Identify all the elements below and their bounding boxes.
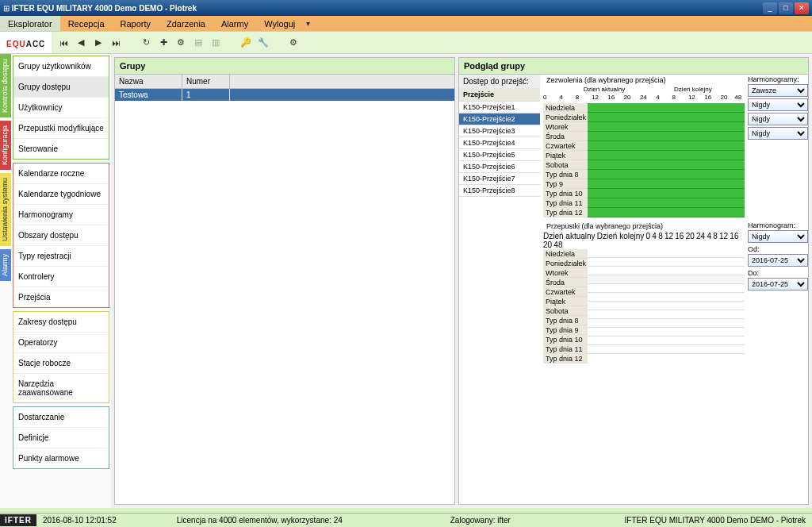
schedule-select-1[interactable]: Zawsze <box>748 84 808 97</box>
refresh-icon[interactable]: ↻ <box>139 36 153 50</box>
tab-config[interactable]: Konfiguracja <box>0 121 11 170</box>
day-labels: Niedziela Poniedziałek Wtorek Środa Czwa… <box>543 103 588 217</box>
menu-recepcja[interactable]: Recepcja <box>60 19 113 29</box>
groups-grid: Nazwa Numer Testowa 1 <box>115 75 454 504</box>
tab-system-settings[interactable]: Ustawienia systemu <box>0 173 11 246</box>
passage-item[interactable]: K150-Przejście2 <box>459 113 540 125</box>
to-date-select[interactable]: 2016-07-25 <box>748 278 808 290</box>
wrench-icon[interactable]: 🔧 <box>256 36 270 50</box>
permissions-chart <box>588 103 745 217</box>
delete-icon[interactable]: ▤ <box>191 36 205 50</box>
from-date-select[interactable]: 2016-07-25 <box>748 254 808 267</box>
sidebar-item[interactable]: Kalendarze roczne <box>13 163 109 184</box>
panel-group-alarms: Dostarczanie Definicje Punkty alarmowe <box>13 406 109 469</box>
maximize-button[interactable]: □ <box>779 2 793 14</box>
passage-item[interactable]: K150-Przejście3 <box>459 125 540 137</box>
separator <box>274 36 283 50</box>
passage-header: Przejście <box>459 88 540 102</box>
schedules-label: Harmonogramy: <box>748 75 808 84</box>
grid-header: Nazwa Numer <box>115 75 454 89</box>
passes-label: Przepustki (dla wybranego przejścia) <box>543 221 745 232</box>
menu-explorer[interactable]: Eksplorator <box>0 16 60 31</box>
preview-title: Podgląd grupy <box>459 58 808 75</box>
first-icon[interactable]: ⏮ <box>56 36 71 50</box>
passage-item[interactable]: K150-Przejście4 <box>459 137 540 149</box>
schedule-select-4[interactable]: Nigdy <box>748 127 808 140</box>
status-right: IFTER EQU MILITARY 4000 Demo DEMO - Piot… <box>619 516 812 525</box>
sidebar-item[interactable]: Kontrolery <box>13 267 109 287</box>
to-label: Do: <box>748 268 808 278</box>
sidebar-item[interactable]: Typy rejestracji <box>13 246 109 267</box>
minimize-button[interactable]: _ <box>763 2 777 14</box>
menu-wyloguj[interactable]: Wyloguj <box>256 19 303 29</box>
close-button[interactable]: ✕ <box>795 2 809 14</box>
separator <box>126 36 136 50</box>
sidebar-item[interactable]: Narzędzia zaawansowane <box>13 374 109 402</box>
passage-item[interactable]: K150-Przejście5 <box>459 149 540 161</box>
sidebar-item[interactable]: Definicje <box>13 428 109 448</box>
passage-item[interactable]: K150-Przejście8 <box>459 185 540 197</box>
passage-item[interactable]: K150-Przejście6 <box>459 161 540 173</box>
permissions-block: Zezwolenia (dla wybranego przejścia) Dzi… <box>543 75 745 217</box>
from-label: Od: <box>748 244 808 254</box>
table-row[interactable]: Testowa 1 <box>115 89 454 101</box>
logo-toolbar-row: EQUACC ⏮ ◀ ▶ ⏭ ↻ ✚ ⚙ ▤ ▥ 🔑 🔧 ⚙ <box>0 32 812 54</box>
sidebar-item[interactable]: Kalendarze tygodniowe <box>13 184 109 205</box>
properties-icon[interactable]: ⚙ <box>174 36 188 50</box>
logo: EQUACC <box>0 34 52 51</box>
main-area: Kontrola dostępu Konfiguracja Ustawienia… <box>0 54 812 508</box>
sidebar-item[interactable]: Sterowanie <box>13 139 109 159</box>
brand-label: IFTER <box>0 514 36 526</box>
sidebar-item[interactable]: Grupy użytkowników <box>13 56 109 77</box>
groups-title: Grupy <box>115 58 454 75</box>
menu-raporty[interactable]: Raporty <box>113 19 159 29</box>
sidebar-item-groups[interactable]: Grupy dostępu <box>13 77 109 98</box>
key-icon[interactable]: 🔑 <box>239 36 253 50</box>
time-axis-2: Dzień aktualny Dzień kolejny 0 4 8 12 16… <box>543 232 745 249</box>
panel-group-system: Zakresy dostępu Operatorzy Stacje robocz… <box>13 311 109 403</box>
menu-alarmy[interactable]: Alarmy <box>213 19 256 29</box>
sidebar-item[interactable]: Zakresy dostępu <box>13 312 109 333</box>
sidebar-item[interactable]: Dostarczanie <box>13 407 109 428</box>
copy-icon[interactable]: ▥ <box>209 36 223 50</box>
sidebar-item[interactable]: Punkty alarmowe <box>13 448 109 468</box>
schedule-label-2: Harmonogram: <box>748 221 808 230</box>
sidebar-panels: Grupy użytkowników Grupy dostępu Użytkow… <box>11 54 111 508</box>
passes-block: Przepustki (dla wybranego przejścia) Dzi… <box>543 221 745 364</box>
panel-group-config: Kalendarze roczne Kalendarze tygodniowe … <box>13 163 109 308</box>
cell-name: Testowa <box>115 89 182 101</box>
status-bar: IFTER 2016-08-10 12:01:52 Licencja na 40… <box>0 513 812 527</box>
schedule-select-2[interactable]: Nigdy <box>748 98 808 111</box>
next-icon[interactable]: ▶ <box>91 36 105 50</box>
preview-panel: Podgląd grupy Dostęp do przejść: Przejśc… <box>458 57 809 505</box>
menu-overflow[interactable]: ▾ <box>303 19 313 28</box>
schedule-select-3[interactable]: Nigdy <box>748 113 808 125</box>
pass-schedule-select[interactable]: Nigdy <box>748 230 808 243</box>
passes-chart <box>588 249 745 364</box>
last-icon[interactable]: ⏭ <box>109 36 123 50</box>
app-icon: ⊞ <box>3 4 10 13</box>
sidebar-vertical-tabs: Kontrola dostępu Konfiguracja Ustawienia… <box>0 54 11 508</box>
sidebar-item[interactable]: Harmonogramy <box>13 205 109 225</box>
sidebar-item[interactable]: Stacje robocze <box>13 353 109 374</box>
status-login: Zalogowany: ifter <box>444 516 517 525</box>
col-number[interactable]: Numer <box>182 75 230 88</box>
sidebar-item[interactable]: Użytkownicy <box>13 98 109 118</box>
sidebar-item[interactable]: Obszary dostępu <box>13 225 109 246</box>
col-name[interactable]: Nazwa <box>115 75 182 88</box>
prev-icon[interactable]: ◀ <box>74 36 88 50</box>
content-area: Grupy Nazwa Numer Testowa 1 Podgląd grup… <box>111 54 812 508</box>
passage-item[interactable]: K150-Przejście7 <box>459 173 540 185</box>
day-labels-2: Niedziela Poniedziałek Wtorek Środa Czwa… <box>543 249 588 364</box>
sidebar-item[interactable]: Przejścia <box>13 287 109 307</box>
tab-alarms[interactable]: Alarmy <box>0 249 11 281</box>
sidebar-item[interactable]: Operatorzy <box>13 333 109 353</box>
menu-zdarzenia[interactable]: Zdarzenia <box>159 19 213 29</box>
sidebar-item[interactable]: Przepustki modyfikujące <box>13 118 109 139</box>
tab-access-control[interactable]: Kontrola dostępu <box>0 54 11 117</box>
gear-icon[interactable]: ⚙ <box>286 36 301 50</box>
new-icon[interactable]: ✚ <box>156 36 170 50</box>
menu-bar: Eksplorator Recepcja Raporty Zdarzenia A… <box>0 16 812 32</box>
passage-item[interactable]: K150-Przejście1 <box>459 102 540 113</box>
status-license: Licencja na 4000 elementów, wykorzystane… <box>170 516 349 525</box>
